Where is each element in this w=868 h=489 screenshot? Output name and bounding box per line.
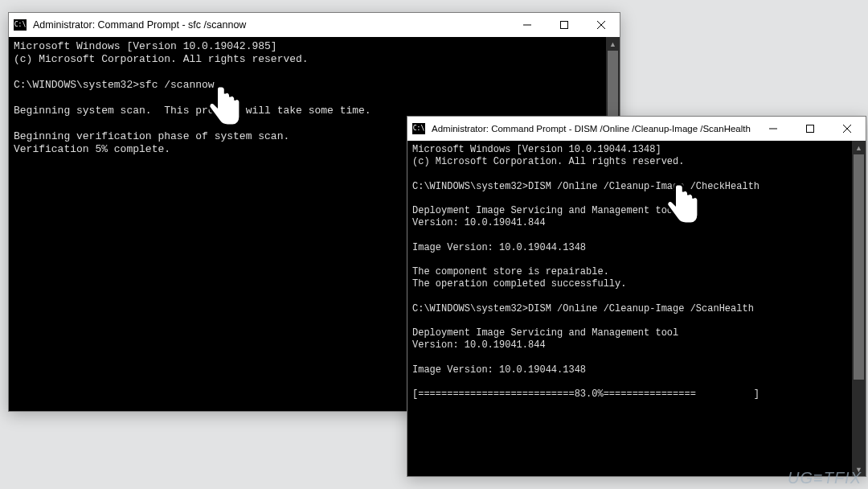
terminal-output[interactable]: Microsoft Windows [Version 10.0.19044.13… [407, 141, 852, 476]
close-button[interactable] [829, 117, 866, 141]
window-title: Administrator: Command Prompt - DISM /On… [432, 124, 751, 134]
watermark-text: UG≡TFIX [788, 469, 862, 487]
svg-rect-0 [561, 22, 568, 29]
close-button[interactable] [583, 13, 620, 37]
titlebar[interactable]: C:\ Administrator: Command Prompt - sfc … [9, 13, 620, 37]
maximize-button[interactable] [546, 13, 583, 37]
minimize-button[interactable] [755, 117, 792, 141]
maximize-button[interactable] [792, 117, 829, 141]
vertical-scrollbar[interactable]: ▲ ▼ [852, 141, 866, 476]
cmd-icon: C:\ [14, 19, 27, 31]
titlebar[interactable]: C:\ Administrator: Command Prompt - DISM… [407, 117, 866, 141]
cmd-window-dism: C:\ Administrator: Command Prompt - DISM… [407, 116, 866, 477]
svg-rect-1 [807, 125, 814, 133]
window-title: Administrator: Command Prompt - sfc /sca… [33, 19, 246, 31]
minimize-button[interactable] [509, 13, 546, 37]
cmd-icon: C:\ [412, 123, 425, 134]
